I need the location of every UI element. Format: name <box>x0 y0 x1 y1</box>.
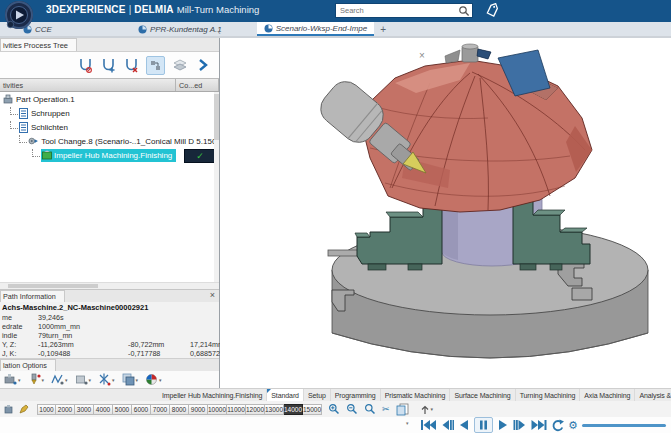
tab-label: CCE <box>35 25 52 34</box>
dropdown-caret-icon[interactable]: ▾ <box>431 406 434 412</box>
feedrate-button-15000[interactable]: 15000 <box>303 404 322 415</box>
close-icon[interactable]: × <box>210 291 215 300</box>
add-operation-button[interactable] <box>100 57 117 74</box>
ribbon-tab-standard[interactable]: Standard <box>267 389 304 401</box>
simulation-progress-bar[interactable] <box>582 424 666 427</box>
tabstrip-scroll-left-icon[interactable]: ‹ <box>218 28 221 37</box>
row-value: -80,722mm <box>128 340 190 349</box>
dropdown-caret-icon[interactable]: ▾ <box>159 377 162 383</box>
tree-vertical-scrollbar[interactable] <box>214 92 219 282</box>
document-tab-strip: CCE PPR-Kundentag A.1 Scenario-Wksp-End-… <box>0 22 671 36</box>
process-tree-panel: ivities Process Tree tivities <box>0 38 220 388</box>
tab-path-information[interactable]: Path Information <box>0 290 65 302</box>
dropdown-caret-icon[interactable]: ▾ <box>136 377 139 383</box>
tree-row-schlichten[interactable]: Schlichten <box>0 120 219 134</box>
feedrate-button-11000[interactable]: 11000 <box>227 404 246 415</box>
ribbon-tab-label: Impeller Hub Machining.Finishing <box>162 392 262 399</box>
dropdown-caret-icon[interactable]: ▾ <box>112 377 115 383</box>
cut-button[interactable]: ✂ <box>382 404 390 414</box>
dropdown-caret-icon[interactable]: ▾ <box>42 377 45 383</box>
tree-row-part-operation[interactable]: Part Operation.1 <box>0 92 219 106</box>
column-header-activities[interactable]: tivities <box>0 79 176 91</box>
ribbon-tab-prismatic-machining[interactable]: Prismatic Machining <box>381 389 451 401</box>
ribbon-tab-programming[interactable]: Programming <box>331 389 381 401</box>
collision-check-button[interactable]: ▾ <box>98 373 115 386</box>
tag-icon[interactable] <box>485 3 501 19</box>
loop-button[interactable] <box>551 419 564 432</box>
tab-simulation-options[interactable]: lation Options <box>0 359 56 371</box>
ribbon-tab-operation[interactable]: Impeller Hub Machining.Finishing <box>158 389 267 401</box>
pick-point-button[interactable]: ▾ <box>419 403 434 415</box>
fixture-jaw-right <box>513 195 590 270</box>
tool-path-display-button[interactable]: ▾ <box>51 373 68 386</box>
paste-button[interactable] <box>396 403 409 416</box>
feedrate-button-9000[interactable]: 9000 <box>189 404 208 415</box>
feedrate-button-3000[interactable]: 3000 <box>75 404 94 415</box>
feed-tool-icon[interactable] <box>4 404 15 415</box>
3d-viewport[interactable]: × <box>220 38 671 388</box>
material-removal-button[interactable]: ▾ <box>122 373 139 386</box>
play-button[interactable] <box>497 419 509 431</box>
step-forward-button[interactable] <box>513 419 527 431</box>
feedrate-button-10000[interactable]: 10000 <box>208 404 227 415</box>
ribbon-tab-axial-machining[interactable]: Axia Machining <box>580 389 635 401</box>
search-input[interactable] <box>336 6 458 15</box>
feedrate-button-1000[interactable]: 1000 <box>37 404 56 415</box>
3dexperience-compass-logo[interactable] <box>3 0 37 32</box>
tab-scenario-active[interactable]: Scenario-Wksp-End-Impe <box>257 22 375 36</box>
tree-row-tool-change[interactable]: Tool Change.8 (Scenario-..1_Conical Mill… <box>0 134 219 148</box>
play-backward-button[interactable] <box>458 419 470 431</box>
step-backward-button[interactable] <box>440 419 454 431</box>
check-icon: ✓ <box>196 152 204 161</box>
feedrate-button-5000[interactable]: 5000 <box>113 404 132 415</box>
feedrate-button-8000[interactable]: 8000 <box>170 404 189 415</box>
zoom-in-button[interactable] <box>328 403 340 415</box>
feedrate-button-2000[interactable]: 2000 <box>56 404 75 415</box>
dropdown-caret-icon[interactable]: ▾ <box>65 377 68 383</box>
path-info-row-spindle: indle79turn_mn <box>2 331 219 340</box>
ribbon-tab-turning-machining[interactable]: Turning Machining <box>516 389 581 401</box>
search-icon[interactable] <box>458 5 470 17</box>
scrollbar-thumb[interactable] <box>8 284 98 288</box>
tree-row-impeller-hub-machining[interactable]: Impeller Hub Machining.Finishing ✓ <box>0 148 219 162</box>
feedrate-button-6000[interactable]: 6000 <box>132 404 151 415</box>
zoom-out-button[interactable] <box>346 403 358 415</box>
playback-settings-gear-icon[interactable]: ⚙ <box>568 420 578 430</box>
analysis-sphere-icon <box>145 373 158 386</box>
feedrate-button-7000[interactable]: 7000 <box>151 404 170 415</box>
workpiece-icon <box>75 373 88 386</box>
tab-ppr-kundentag[interactable]: PPR-Kundentag A.1 <box>131 22 229 36</box>
pause-button-active[interactable] <box>474 417 493 433</box>
feedrate-button-13000[interactable]: 13000 <box>265 404 284 415</box>
layers-icon[interactable] <box>171 57 188 74</box>
feedrate-button-12000[interactable]: 12000 <box>246 404 265 415</box>
workpiece-display-button[interactable]: ▾ <box>75 373 92 386</box>
tree-item-label: Schruppen <box>31 109 70 118</box>
machine-display-button[interactable]: ▾ <box>4 373 21 386</box>
ribbon-tab-analysis-output[interactable]: Analysis & Output <box>635 389 671 401</box>
playbar-dropdown-caret-icon[interactable]: ▾ <box>406 420 409 426</box>
dropdown-caret-icon[interactable]: ▾ <box>18 377 21 383</box>
view-mode-button[interactable] <box>146 56 165 75</box>
dropdown-caret-icon[interactable]: ▾ <box>89 377 92 383</box>
skip-to-start-button[interactable] <box>420 419 436 431</box>
tree-row-schruppen[interactable]: Schruppen <box>0 106 219 120</box>
scrollbar-thumb[interactable] <box>214 94 219 140</box>
zoom-fit-button[interactable] <box>364 403 376 415</box>
feedrate-button-14000-active[interactable]: 14000 <box>284 404 303 415</box>
deactivate-operation-button[interactable] <box>77 57 94 74</box>
remove-operation-button[interactable] <box>123 57 140 74</box>
column-header-computed[interactable]: Co...ed <box>176 79 219 91</box>
ribbon-tab-surface-machining[interactable]: Surface Machining <box>450 389 515 401</box>
analysis-button[interactable]: ▾ <box>145 373 162 386</box>
feed-pencil-icon[interactable] <box>18 404 29 415</box>
feedrate-button-4000[interactable]: 4000 <box>94 404 113 415</box>
ribbon-tab-setup[interactable]: Setup <box>304 389 331 401</box>
tool-display-button[interactable]: ▾ <box>28 373 45 386</box>
tree-horizontal-scrollbar[interactable] <box>0 282 219 289</box>
new-tab-button[interactable]: + <box>374 22 392 36</box>
row-label: Y, Z: <box>2 340 38 349</box>
tab-activities-process-tree[interactable]: ivities Process Tree <box>0 38 77 51</box>
expand-panel-chevron-icon[interactable] <box>194 57 211 74</box>
skip-to-end-button[interactable] <box>531 419 547 431</box>
